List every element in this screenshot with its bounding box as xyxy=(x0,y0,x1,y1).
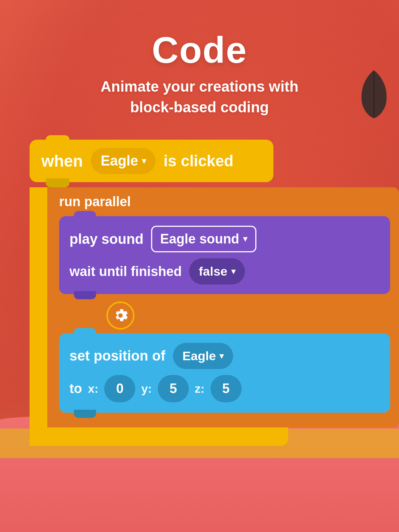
position-eagle-label: Eagle xyxy=(183,349,216,363)
blocks-assembly: when Eagle ▾ is clicked run parallel xyxy=(0,140,399,446)
eagle-dropdown[interactable]: Eagle ▾ xyxy=(91,148,155,174)
x-value: 0 xyxy=(116,381,123,396)
position-eagle-dropdown[interactable]: Eagle ▾ xyxy=(173,343,233,369)
to-label: to xyxy=(69,381,82,396)
play-sound-block: play sound Eagle sound ▾ wait until fini… xyxy=(59,216,390,294)
orange-bottom-padding xyxy=(47,420,399,427)
yellow-bottom-bar xyxy=(30,427,288,446)
run-parallel-tab: run parallel xyxy=(47,187,143,216)
y-value: 5 xyxy=(170,381,177,396)
notch-top-blue xyxy=(74,328,96,336)
eagle-dropdown-chevron: ▾ xyxy=(142,156,146,166)
z-value-pill[interactable]: 5 xyxy=(211,375,242,402)
notch-top-when xyxy=(46,135,69,144)
notch-bottom-purple xyxy=(74,291,96,299)
when-label: when xyxy=(41,152,83,170)
when-block: when Eagle ▾ is clicked xyxy=(30,140,273,182)
page-subtitle: Animate your creations with block-based … xyxy=(0,76,399,117)
x-label: x: xyxy=(88,382,98,396)
eagle-sound-label: Eagle sound xyxy=(160,231,239,247)
y-value-pill[interactable]: 5 xyxy=(158,375,189,402)
gear-button[interactable] xyxy=(106,301,134,330)
set-position-label: set position of xyxy=(69,348,166,364)
eagle-dropdown-label: Eagle xyxy=(100,153,138,169)
notch-top-purple xyxy=(74,211,96,219)
gear-icon xyxy=(112,307,129,324)
gear-connector-area xyxy=(106,301,399,330)
false-dropdown[interactable]: false ▾ xyxy=(189,258,245,284)
notch-bottom-blue xyxy=(74,410,96,418)
false-label: false xyxy=(199,264,228,279)
false-chevron: ▾ xyxy=(231,267,235,276)
orange-wrapper: run parallel play sound Eagle sound ▾ wa… xyxy=(30,187,399,446)
is-clicked-label: is clicked xyxy=(164,152,233,170)
z-label: z: xyxy=(195,382,205,396)
set-position-block: set position of Eagle ▾ to x: 0 y: 5 xyxy=(59,333,390,413)
page-title: Code xyxy=(0,30,399,70)
set-position-row: set position of Eagle ▾ xyxy=(59,333,390,375)
run-parallel-label: run parallel xyxy=(59,194,131,209)
play-sound-label: play sound xyxy=(69,231,144,247)
when-block-body: when Eagle ▾ is clicked xyxy=(30,140,273,182)
yellow-left-bar xyxy=(30,187,47,446)
x-value-pill[interactable]: 0 xyxy=(104,375,135,402)
eagle-sound-chevron: ▾ xyxy=(243,234,247,244)
header: Code Animate your creations with block-b… xyxy=(0,0,399,132)
wait-label: wait until finished xyxy=(69,264,182,279)
eagle-sound-dropdown[interactable]: Eagle sound ▾ xyxy=(151,226,256,252)
xyz-row: to x: 0 y: 5 z: 5 xyxy=(59,375,390,413)
y-label: y: xyxy=(141,382,151,396)
z-value: 5 xyxy=(222,381,230,396)
position-eagle-chevron: ▾ xyxy=(219,351,224,361)
play-sound-row: play sound Eagle sound ▾ xyxy=(59,216,390,258)
wait-row: wait until finished false ▾ xyxy=(59,258,390,294)
orange-inner: run parallel play sound Eagle sound ▾ wa… xyxy=(47,187,399,427)
notch-bottom-when xyxy=(46,178,69,187)
